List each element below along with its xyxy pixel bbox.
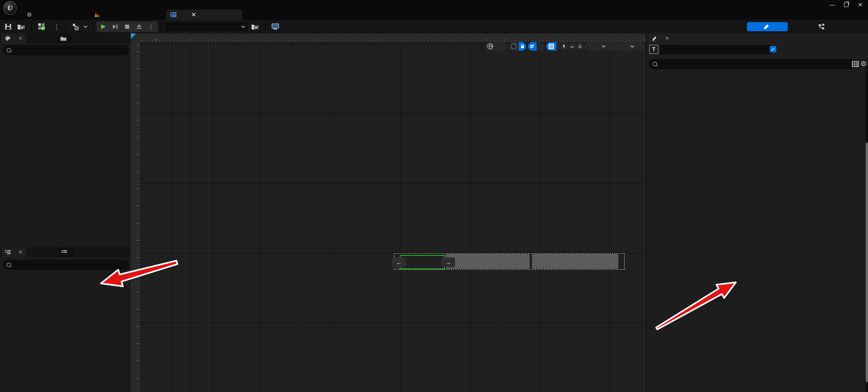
fill-rule-select[interactable] [618, 42, 645, 51]
flip-icon [578, 44, 582, 48]
close-icon[interactable]: ✕ [665, 35, 669, 41]
display-filter-button[interactable] [852, 61, 859, 67]
folder-search-icon [17, 23, 25, 30]
restore-button[interactable] [840, 1, 852, 9]
minimize-button[interactable]: — [826, 1, 838, 9]
search-icon [6, 263, 11, 267]
widget-blueprint-icon: ♥ [170, 12, 177, 18]
widget-reflector-icon [272, 23, 280, 30]
preview-image-button[interactable] [568, 42, 576, 50]
diff-button[interactable] [69, 22, 90, 32]
tab-showcase[interactable] [90, 9, 107, 20]
widget-name-input[interactable] [660, 44, 773, 55]
left-panel-column: ✕ ✕ [0, 33, 131, 392]
resize-handle-right[interactable]: → [441, 258, 455, 267]
tab-palette[interactable]: ✕ [1, 33, 26, 43]
horizontal-box-widget[interactable]: ← → [394, 253, 625, 270]
chevron-down-icon [630, 44, 634, 48]
horizontal-ruler [140, 33, 646, 42]
dashed-square-icon [511, 44, 517, 49]
designer-mode-button[interactable] [747, 22, 788, 31]
save-icon [4, 23, 12, 30]
showcase-icon [94, 12, 100, 18]
play-options-button[interactable]: ⋮ [145, 22, 157, 31]
select-mode-button[interactable] [560, 42, 568, 50]
canvas-grid[interactable] [140, 42, 646, 392]
debug-object-select[interactable] [165, 22, 248, 32]
preview-none-label [494, 42, 496, 51]
align-left-icon [530, 44, 534, 49]
align-toggle[interactable] [528, 42, 536, 51]
close-icon[interactable]: ✕ [19, 249, 23, 255]
tab-hierarchy[interactable]: ✕ [1, 247, 26, 257]
globe-icon [487, 43, 493, 49]
gear-icon: ⚙ [27, 11, 32, 18]
save-button[interactable] [2, 22, 14, 32]
lock-icon [521, 46, 524, 48]
menu-bar [0, 0, 868, 9]
screen-size-select[interactable] [585, 42, 621, 51]
alignment-respect-group [528, 42, 545, 51]
parent-class [861, 2, 863, 3]
eject-button[interactable] [133, 22, 145, 31]
scrollbar-thumb[interactable] [866, 143, 868, 382]
gear-icon: ⚙ [861, 60, 867, 67]
text-block-widget-selected[interactable] [400, 255, 445, 269]
frame-skip-button[interactable] [109, 22, 121, 31]
cursor-icon [562, 44, 566, 48]
tab-library[interactable] [57, 33, 73, 43]
hierarchy-panel [0, 257, 131, 392]
details-settings-button[interactable]: ⚙ [861, 60, 867, 68]
tab-bind-widgets[interactable] [58, 247, 73, 257]
preview-background-select[interactable] [485, 42, 506, 51]
folder-icon [60, 36, 66, 41]
flip-preview-button[interactable] [576, 42, 584, 50]
play-button[interactable] [97, 22, 109, 31]
chevron-down-icon [602, 44, 606, 48]
restore-icon [844, 2, 848, 7]
details-panel: ✕ T ✓ ⚙ [646, 33, 868, 392]
designer-canvas[interactable]: ← → [131, 33, 646, 392]
grid-view-icon [852, 61, 859, 67]
is-variable-checkbox[interactable]: ✓ [770, 46, 777, 53]
search-icon [6, 48, 11, 53]
widget-name-row: T ✓ [647, 44, 868, 57]
widget-reflector-button[interactable] [269, 22, 285, 32]
details-property-rows [647, 67, 868, 392]
designer-icon [763, 23, 770, 30]
keyselector2-widget[interactable] [532, 254, 618, 268]
text-block-type-icon: T [649, 45, 658, 54]
resize-handle-left[interactable]: ← [392, 258, 406, 267]
vertical-ruler [131, 42, 140, 392]
compile-options-button[interactable]: ⋮ [51, 22, 62, 32]
search-icon [653, 62, 657, 66]
stop-button[interactable] [121, 22, 133, 31]
window-controls: — ✕ [826, 1, 866, 9]
tab-details[interactable]: ✕ [648, 33, 673, 43]
graph-mode-button[interactable] [818, 22, 827, 31]
graph-icon [818, 23, 825, 30]
main-toolbar: ⋮ ⋮ [0, 20, 868, 34]
tab-bp-keybind[interactable]: ♥ ✕ [166, 9, 242, 20]
diff-icon [72, 23, 80, 31]
respect-locks-toggle[interactable] [536, 42, 541, 51]
compile-button[interactable] [35, 22, 51, 32]
palette-icon [5, 36, 11, 41]
hierarchy-search-input[interactable] [3, 260, 129, 270]
dashed-outline-toggle[interactable] [509, 42, 519, 51]
browse-asset-button[interactable] [14, 22, 28, 32]
asset-tab-strip: ⚙ ♥ ✕ [0, 9, 868, 20]
hierarchy-icon [5, 250, 11, 255]
close-button[interactable]: ✕ [855, 1, 866, 9]
tab-project-settings[interactable]: ⚙ [23, 9, 39, 20]
details-scrollbar[interactable] [866, 67, 868, 392]
palette-search-input[interactable] [3, 45, 129, 55]
grid-icon [549, 44, 554, 49]
unreal-editor-window: { "menu": {"items": ["File","Edit","Asse… [0, 0, 868, 392]
close-tab-icon[interactable]: ✕ [191, 11, 196, 18]
grid-snap-toggle[interactable] [546, 42, 556, 51]
browse-debug-button[interactable] [248, 22, 262, 32]
close-icon[interactable]: ✕ [19, 35, 23, 41]
keyselector1-widget[interactable] [446, 254, 529, 268]
chevron-down-icon [241, 24, 245, 28]
